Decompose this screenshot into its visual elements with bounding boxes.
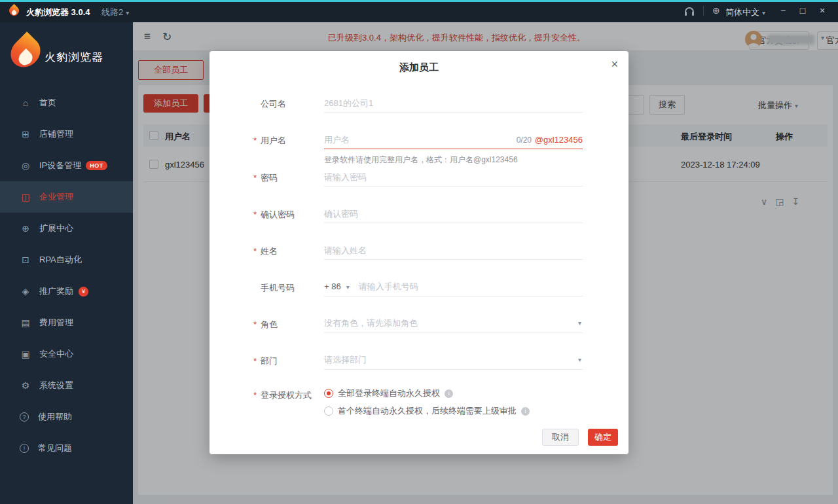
sidebar-item-extensions[interactable]: ⊕ 扩展中心 (0, 213, 133, 244)
role-label: 角色 (261, 319, 278, 331)
sidebar-item-label: 扩展中心 (39, 223, 73, 234)
field-name: 姓名 (210, 242, 628, 260)
modal-close-icon[interactable]: × (611, 58, 618, 71)
titlebar: 火豹浏览器 3.0.4 线路2▾ ⊕ 简体中文▾ − □ × (0, 0, 838, 22)
modal-title: 添加员工 (210, 62, 628, 74)
titlebar-accent-line (0, 0, 838, 2)
help-icon: ? (20, 412, 29, 422)
hot-badge: HOT (86, 161, 107, 170)
auth-option-first-terminal[interactable]: 首个终端自动永久授权，后续终端需要上级审批 i (324, 405, 530, 417)
name-input[interactable] (324, 242, 583, 260)
phone-input-line[interactable]: + 86▾请输入手机号码 (324, 278, 583, 297)
line-label: 线路2 (101, 7, 123, 17)
brand-name: 火豹浏览器 (45, 50, 103, 65)
language-selector[interactable]: 简体中文▾ (725, 7, 765, 18)
sidebar-item-label: 使用帮助 (38, 411, 72, 423)
sidebar-item-rpa[interactable]: ⊡ RPA自动化 (0, 244, 133, 276)
app-title: 火豹浏览器 3.0.4 (26, 7, 90, 18)
sidebar-menu: ⌂ 首页 ⊞ 店铺管理 ◎ IP设备管理 HOT ◫ 企业管理 ⊕ 扩展中心 ⊡ (0, 87, 133, 464)
password-label: 密码 (261, 172, 278, 184)
maximize-button[interactable]: □ (796, 5, 809, 16)
username-suffix: @gxl123456 (535, 135, 583, 145)
company-label: 公司名 (261, 98, 286, 110)
add-employee-modal: 添加员工 × 公司名 用户名 0/20 @gxl123456 登录软件请使用完整… (210, 51, 628, 454)
department-placeholder: 请选择部门 (324, 355, 367, 365)
sidebar-item-security[interactable]: ▣ 安全中心 (0, 338, 133, 370)
confirm-password-input[interactable] (324, 205, 583, 223)
role-select[interactable]: 没有角色，请先添加角色 ▾ (324, 315, 583, 333)
sidebar-item-label: 系统设置 (39, 380, 73, 391)
sidebar-item-enterprise[interactable]: ◫ 企业管理 (0, 181, 133, 213)
home-icon: ⌂ (20, 98, 31, 108)
faq-icon: ! (20, 444, 29, 453)
money-bag-icon: ¥ (79, 287, 88, 297)
sidebar-item-faq[interactable]: ! 常见问题 (0, 433, 133, 464)
radio-selected-icon[interactable] (324, 389, 333, 398)
confirm-button[interactable]: 确定 (588, 429, 618, 446)
line-selector[interactable]: 线路2▾ (101, 7, 129, 18)
department-label: 部门 (261, 355, 278, 367)
country-code[interactable]: + 86 (324, 281, 341, 291)
sidebar-item-settings[interactable]: ⚙ 系统设置 (0, 370, 133, 401)
field-password: 密码 (210, 168, 628, 187)
brand-logo-icon (12, 37, 39, 68)
security-shield-icon: ▣ (20, 349, 31, 359)
chevron-down-icon: ▾ (578, 315, 581, 332)
role-placeholder: 没有角色，请先添加角色 (324, 318, 418, 328)
char-counter: 0/20 (517, 135, 532, 145)
sidebar-item-home[interactable]: ⌂ 首页 (0, 87, 133, 118)
promotion-icon: ◈ (20, 286, 31, 297)
ip-device-icon: ◎ (20, 160, 31, 171)
info-icon[interactable]: i (445, 389, 453, 398)
billing-icon: ▤ (20, 317, 31, 328)
shop-icon: ⊞ (20, 129, 31, 139)
sidebar-item-promotion[interactable]: ◈ 推广奖励 ¥ (0, 276, 133, 307)
sidebar-item-label: 费用管理 (39, 317, 73, 329)
radio-unselected-icon[interactable] (324, 406, 333, 416)
chevron-down-icon: ▾ (762, 9, 765, 16)
password-input[interactable] (324, 168, 583, 187)
field-phone: 手机号码 + 86▾请输入手机号码 (210, 278, 628, 297)
app-logo-icon (9, 6, 19, 16)
support-headset-icon[interactable] (685, 7, 694, 13)
auth-option-label: 首个终端自动永久授权，后续终端需要上级审批 (338, 405, 517, 417)
sidebar-item-label: 安全中心 (39, 348, 73, 360)
sidebar-item-ip-devices[interactable]: ◎ IP设备管理 HOT (0, 150, 133, 181)
department-select[interactable]: 请选择部门 ▾ (324, 351, 583, 370)
sidebar-item-label: 推广奖励 (39, 285, 73, 297)
sidebar-item-label: 常见问题 (38, 442, 72, 454)
field-username: 用户名 0/20 @gxl123456 登录软件请使用完整用户名，格式：用户名@… (210, 131, 628, 149)
cancel-button[interactable]: 取消 (542, 429, 579, 446)
sidebar-item-label: 店铺管理 (39, 128, 73, 140)
field-company: 公司名 (210, 94, 628, 113)
rpa-icon: ⊡ (20, 255, 31, 265)
sidebar: 火豹浏览器 ⌂ 首页 ⊞ 店铺管理 ◎ IP设备管理 HOT ◫ 企业管理 ⊕ … (0, 22, 133, 504)
gear-icon: ⚙ (20, 380, 31, 391)
sidebar-item-shops[interactable]: ⊞ 店铺管理 (0, 118, 133, 150)
language-label: 简体中文 (725, 7, 759, 17)
extension-icon: ⊕ (20, 223, 31, 234)
field-department: 部门 请选择部门 ▾ (210, 351, 628, 370)
field-auth-method: 登录授权方式 全部登录终端自动永久授权 i 首个终端自动永久授权，后续终端需要上… (210, 385, 628, 425)
chevron-down-icon: ▾ (346, 283, 350, 291)
sidebar-item-billing[interactable]: ▤ 费用管理 (0, 307, 133, 338)
info-icon[interactable]: i (521, 407, 530, 416)
sidebar-item-help[interactable]: ? 使用帮助 (0, 401, 133, 433)
field-confirm-password: 确认密码 (210, 205, 628, 223)
sidebar-item-label: 企业管理 (39, 191, 73, 203)
confirm-password-label: 确认密码 (261, 209, 295, 221)
phone-placeholder: 请输入手机号码 (359, 281, 418, 291)
close-button[interactable]: × (816, 5, 829, 16)
auth-label: 登录授权方式 (261, 389, 312, 401)
app-window: 火豹浏览器 3.0.4 线路2▾ ⊕ 简体中文▾ − □ × 火豹浏览器 ⌂ 首… (0, 0, 838, 504)
auth-option-all-terminals[interactable]: 全部登录终端自动永久授权 i (324, 387, 453, 399)
titlebar-divider (703, 6, 704, 16)
sidebar-item-label: RPA自动化 (39, 254, 82, 266)
name-label: 姓名 (261, 245, 278, 257)
username-label: 用户名 (261, 135, 286, 147)
chevron-down-icon: ▾ (578, 351, 581, 369)
globe-icon: ⊕ (712, 5, 720, 16)
field-role: 角色 没有角色，请先添加角色 ▾ (210, 315, 628, 333)
minimize-button[interactable]: − (776, 5, 790, 16)
enterprise-icon: ◫ (20, 192, 31, 202)
